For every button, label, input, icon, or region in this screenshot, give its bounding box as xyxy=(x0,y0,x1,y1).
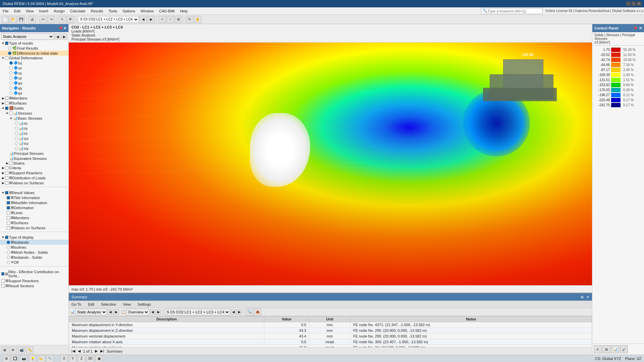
tree-check[interactable] xyxy=(1,284,5,288)
nav-icon-3[interactable]: 📹 xyxy=(18,346,25,354)
tree-check[interactable] xyxy=(7,206,10,209)
menu-tools[interactable]: Tools xyxy=(106,8,120,14)
tree-check[interactable] xyxy=(5,97,8,100)
tree-uz[interactable]: 🔷 uz xyxy=(0,75,68,80)
tree-check[interactable] xyxy=(5,102,8,105)
tree-criteria[interactable]: ▶ Criteria xyxy=(0,166,68,170)
tab-view[interactable]: View xyxy=(121,302,132,307)
tree-radio[interactable] xyxy=(9,71,13,75)
summary-close-icon[interactable]: ✕ xyxy=(586,295,589,299)
static-analysis-combo[interactable]: Static Analysis xyxy=(1,33,54,40)
menu-results[interactable]: Results xyxy=(88,8,106,14)
tree-radio[interactable] xyxy=(7,246,10,249)
tree-radio[interactable] xyxy=(9,61,13,65)
tree-check[interactable] xyxy=(7,211,10,215)
menu-calculate[interactable]: Calculate xyxy=(67,8,88,14)
tree-check[interactable] xyxy=(5,176,8,180)
axis-x-btn[interactable]: X xyxy=(60,355,68,362)
tree-radio[interactable] xyxy=(9,86,13,90)
menu-file[interactable]: File xyxy=(0,8,11,14)
tree-check[interactable] xyxy=(7,201,10,204)
redo-button[interactable]: ↪ xyxy=(48,16,55,23)
next-button[interactable]: ▶ xyxy=(148,16,155,23)
zoom-out-button[interactable]: − xyxy=(167,16,174,23)
cp-close-icon[interactable]: ✕ xyxy=(639,26,642,31)
status-btn-6[interactable]: 🔧 xyxy=(46,355,54,362)
tab-selection[interactable]: Selection xyxy=(100,302,117,307)
tree-check[interactable] xyxy=(5,107,8,110)
tree-check[interactable] xyxy=(7,226,10,230)
tree-radio[interactable] xyxy=(15,122,18,125)
tree-radio[interactable] xyxy=(9,76,13,80)
tree-radio[interactable] xyxy=(7,256,10,259)
menu-edit[interactable]: Edit xyxy=(11,8,23,14)
print-button[interactable]: 🖨 xyxy=(29,16,36,23)
tab-settings[interactable]: Settings xyxy=(136,302,152,307)
zoom-in-button[interactable]: + xyxy=(159,16,166,23)
view-button[interactable]: 👁 xyxy=(67,16,74,23)
tree-isobands[interactable]: ⊞ Isobands xyxy=(0,240,68,245)
tree-check[interactable] xyxy=(9,162,12,165)
tree-members-rv[interactable]: ⊞ Members xyxy=(0,215,68,220)
open-button[interactable]: 📂 xyxy=(9,16,17,23)
tree-radio[interactable] xyxy=(7,251,10,254)
tree-sigmay[interactable]: 📊 σy xyxy=(0,126,68,131)
tree-deformation[interactable]: ⊞ Deformation xyxy=(0,205,68,210)
tree-values-surfaces-rv[interactable]: ⊞ Values on Surfaces xyxy=(0,225,68,230)
tree-type-display[interactable]: ▼ Type of display xyxy=(0,235,68,240)
pan-button[interactable]: ✋ xyxy=(194,16,201,23)
summary-prev-btn-2[interactable]: ◀ xyxy=(150,309,155,315)
tree-check[interactable] xyxy=(1,279,5,283)
summary-next-btn-2[interactable]: ▶ xyxy=(156,309,161,315)
tree-radio[interactable] xyxy=(15,147,18,150)
tree-radio[interactable] xyxy=(9,66,13,70)
tree-check[interactable] xyxy=(9,112,12,115)
status-btn-2[interactable]: 🔲 xyxy=(11,355,19,362)
rotate-button[interactable]: ↻ xyxy=(186,16,193,23)
tree-u-total[interactable]: 🔷 |u| xyxy=(0,60,68,65)
tree-radio[interactable] xyxy=(15,127,18,130)
tree-tauxz[interactable]: 📊 τxz xyxy=(0,141,68,146)
status-btn-1[interactable]: ⊞ xyxy=(3,355,10,362)
view-3d-btn[interactable]: 3D xyxy=(87,355,94,362)
tree-radio[interactable] xyxy=(15,132,18,135)
tree-check[interactable] xyxy=(5,181,8,185)
tree-phiz[interactable]: 🔷 φz xyxy=(0,90,68,96)
prev-button[interactable]: ◀ xyxy=(140,16,147,23)
menu-window[interactable]: Window xyxy=(138,8,156,14)
zoom-fit-button[interactable]: ⊞ xyxy=(175,16,182,23)
tree-differences-initial[interactable]: 🌿 Differences to initial state xyxy=(0,51,68,56)
tree-members[interactable]: ▶ ⊞ Members xyxy=(0,96,68,101)
summary-lc-combo[interactable]: S Ch CO2 LC1 + LC2 + LC3 + LC4 xyxy=(165,309,230,315)
select-button[interactable]: ↖ xyxy=(59,16,66,23)
tree-check[interactable] xyxy=(1,272,4,276)
nav-icon-2[interactable]: 👁 xyxy=(9,346,17,354)
tree-ribs[interactable]: ⊞ Ribs - Effective Contribution on Surfa… xyxy=(0,269,68,278)
tree-phix[interactable]: 🔷 φx xyxy=(0,80,68,85)
nav-prev-button[interactable]: ◀ xyxy=(55,34,61,40)
tree-isobands-solids[interactable]: ⊞ Isobands - Solids xyxy=(0,255,68,260)
tree-radio[interactable] xyxy=(15,137,18,140)
tree-check[interactable] xyxy=(5,42,8,45)
menu-options[interactable]: Options xyxy=(120,8,138,14)
nav-icon-1[interactable]: 🖥 xyxy=(1,346,8,354)
axis-y-btn[interactable]: Y xyxy=(69,355,76,362)
axis-z-btn[interactable]: Z xyxy=(78,355,85,362)
tree-solids[interactable]: ▼ 🟫 Solids xyxy=(0,106,68,111)
tree-sigmax[interactable]: 📊 σx xyxy=(0,121,68,126)
summary-analysis-combo[interactable]: Static Analysis xyxy=(75,309,107,315)
tree-radio[interactable] xyxy=(9,81,13,85)
tree-check[interactable] xyxy=(5,56,8,60)
search-input[interactable] xyxy=(487,9,541,13)
cp-btn-4[interactable]: 🖊 xyxy=(620,345,628,353)
tree-distribution-loads[interactable]: ▶ ⊞ Distribution of Loads xyxy=(0,175,68,180)
status-btn-4[interactable]: 💡 xyxy=(29,355,36,362)
summary-filter-btn[interactable]: 🔍 xyxy=(246,308,253,316)
summary-lc-prev[interactable]: ◀ xyxy=(231,309,236,315)
tree-values-on-surfaces[interactable]: ▶ ⊞ Values on Surfaces xyxy=(0,180,68,185)
tree-tauxy[interactable]: 📊 τxy xyxy=(0,146,68,151)
nav-close-button[interactable]: ✕ xyxy=(63,26,66,31)
menu-insert[interactable]: Insert xyxy=(36,8,51,14)
tree-maxmin-info[interactable]: ⊞ Max|Min Information xyxy=(0,200,68,205)
tree-result-values[interactable]: ▼ ⊞ Result Values xyxy=(0,190,68,195)
